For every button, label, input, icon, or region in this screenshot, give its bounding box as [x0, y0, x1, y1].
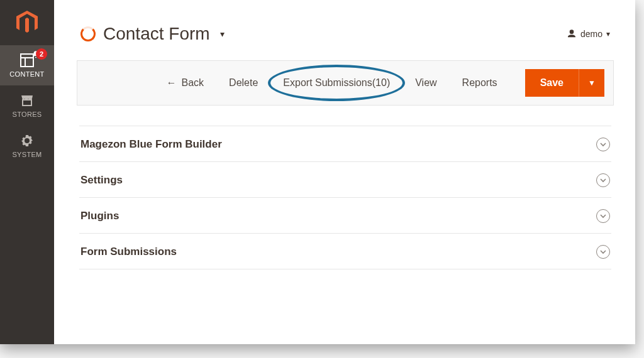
account-name: demo [580, 29, 602, 39]
delete-button[interactable]: Delete [228, 75, 259, 91]
section-magezon-blue-form-builder[interactable]: Magezon Blue Form Builder [79, 126, 611, 162]
section-form-submissions[interactable]: Form Submissions [79, 234, 611, 269]
chevron-down-icon: ▾ [606, 30, 610, 38]
magento-logo[interactable] [0, 0, 54, 45]
user-icon [567, 29, 577, 39]
save-dropdown-toggle[interactable]: ▼ [579, 69, 604, 97]
sidebar-item-system[interactable]: SYSTEM [0, 126, 54, 166]
expand-icon [596, 209, 610, 223]
notification-badge[interactable]: 2 [36, 48, 47, 60]
sidebar-item-content[interactable]: CONTENT 2 [0, 45, 54, 85]
sidebar-item-label: SYSTEM [12, 151, 42, 158]
section-settings[interactable]: Settings [79, 162, 611, 198]
section-title: Settings [80, 174, 123, 187]
reports-button[interactable]: Reports [461, 75, 499, 91]
svg-rect-3 [23, 100, 31, 106]
sidebar-item-label: CONTENT [9, 70, 44, 78]
app-frame: CONTENT 2 STORES SYSTEM Contact Form [0, 0, 635, 344]
spinner-icon [80, 26, 96, 41]
main-content: Contact Form ▾ demo ▾ Back Delete Export… [54, 0, 635, 344]
admin-sidebar: CONTENT 2 STORES SYSTEM [0, 0, 54, 344]
action-toolbar: Back Delete Export Submissions(10) View … [77, 60, 614, 106]
section-title: Magezon Blue Form Builder [80, 138, 222, 151]
section-plugins[interactable]: Plugins [79, 198, 611, 234]
section-title: Plugins [80, 210, 119, 222]
page-title[interactable]: Contact Form ▾ [80, 24, 225, 44]
expand-icon [596, 138, 610, 151]
account-menu[interactable]: demo ▾ [567, 29, 610, 39]
save-button[interactable]: Save [525, 69, 579, 97]
save-split-button: Save ▼ [525, 69, 604, 97]
title-row: Contact Form ▾ demo ▾ [77, 24, 614, 44]
sidebar-item-label: STORES [13, 111, 42, 118]
chevron-down-icon: ▾ [220, 29, 225, 39]
stores-icon [19, 93, 35, 108]
back-button[interactable]: Back [165, 75, 206, 91]
gear-icon [19, 133, 35, 148]
export-submissions-button[interactable]: Export Submissions(10) [282, 75, 391, 91]
magento-logo-icon [16, 11, 38, 35]
form-sections: Magezon Blue Form Builder Settings Plugi… [77, 126, 614, 269]
section-title: Form Submissions [80, 246, 177, 258]
view-button[interactable]: View [414, 75, 438, 91]
expand-icon [596, 245, 610, 259]
page-title-text: Contact Form [103, 24, 210, 44]
sidebar-item-stores[interactable]: STORES [0, 85, 54, 126]
expand-icon [596, 173, 610, 187]
